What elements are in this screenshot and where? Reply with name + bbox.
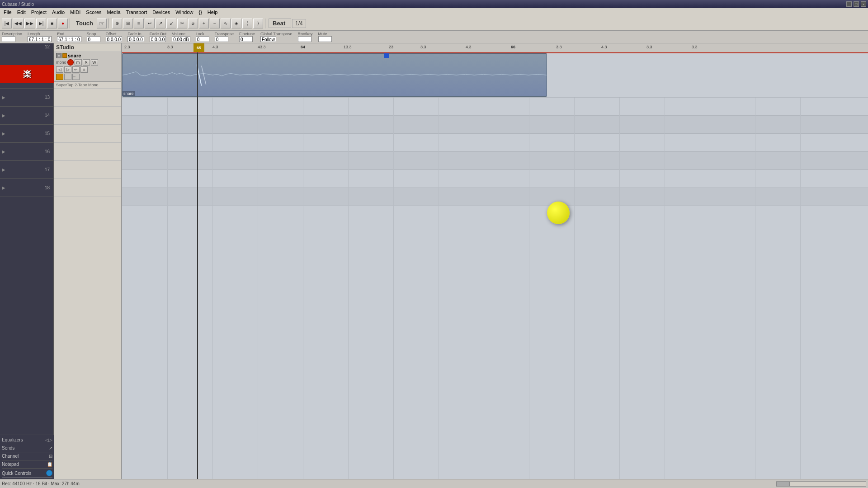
sends-item[interactable]: Sends ↗ xyxy=(2,444,52,452)
track-expand-17[interactable]: ▶ xyxy=(2,167,5,172)
minimize-button[interactable]: _ xyxy=(846,1,852,7)
record-button[interactable]: ● xyxy=(58,19,68,28)
stop-button[interactable]: ■ xyxy=(47,19,57,28)
cursor-icon-button[interactable]: ☞ xyxy=(97,19,107,28)
fade-in-value[interactable]: 0.0.0.0 xyxy=(127,36,144,42)
menu-extra[interactable]: {} xyxy=(196,9,204,15)
track-type-icon: ≡ xyxy=(56,53,61,58)
snare-read-button[interactable]: R xyxy=(83,59,90,66)
snap-button[interactable]: ⊕ xyxy=(112,19,122,28)
finetune-value[interactable]: 0 xyxy=(239,36,253,42)
fade-out-value[interactable]: 0.0.0.0 xyxy=(150,36,166,42)
end-value[interactable]: 67.1 : 1 : 0 xyxy=(57,36,81,42)
separator-2 xyxy=(108,19,110,28)
track-list-panel: STudio ≡ snare mono m R W ◁ ▷ ↩ ≡ xyxy=(54,43,122,479)
loop-button[interactable]: ↩ xyxy=(145,19,155,28)
track-expand-14[interactable]: ▶ xyxy=(2,113,5,118)
yellow-ball[interactable] xyxy=(547,202,570,224)
description-value[interactable] xyxy=(2,36,15,42)
zoom-in-button[interactable]: + xyxy=(199,19,209,28)
zoom-out-button[interactable]: − xyxy=(210,19,220,28)
fade-in-field: Fade In 0.0.0.0 xyxy=(127,32,144,42)
equalizers-arrows: ◁▷ xyxy=(45,437,52,442)
track-number-18: 18 xyxy=(45,185,52,190)
quick-controls-item[interactable]: Quick Controls xyxy=(2,469,52,478)
length-value[interactable]: 67.1 : 1 : 0 xyxy=(28,36,52,42)
menu-bar: File Edit Project Audio MIDI Scores Medi… xyxy=(0,8,868,16)
snare-color-btn-1[interactable] xyxy=(56,74,63,80)
logo-area: 楽 xyxy=(0,65,54,83)
timeline-ruler[interactable]: 65 2.3 3.3 4.3 43.3 64 13.3 23 3.3 4.3 6… xyxy=(122,43,868,52)
menu-help[interactable]: Help xyxy=(205,9,221,15)
description-field: Description xyxy=(2,32,22,42)
menu-window[interactable]: Window xyxy=(173,9,196,15)
empty-track-row-6 xyxy=(54,179,121,197)
track-expand-18[interactable]: ▶ xyxy=(2,185,5,190)
arrow-left-button[interactable]: ⟨ xyxy=(242,19,252,28)
transpose-value[interactable]: 0 xyxy=(215,36,228,42)
equalizers-item[interactable]: Equalizers ◁▷ xyxy=(2,436,52,444)
menu-devices[interactable]: Devices xyxy=(150,9,173,15)
waveform-button[interactable]: ∿ xyxy=(221,19,231,28)
glue-button[interactable]: ⌀ xyxy=(188,19,198,28)
menu-file[interactable]: File xyxy=(1,9,14,15)
snare-forward-button[interactable]: ▷ xyxy=(64,66,71,73)
lock-value[interactable]: 0 xyxy=(196,36,209,42)
track-expand-13[interactable]: ▶ xyxy=(2,95,5,100)
track-lane-6 xyxy=(122,170,868,188)
menu-transport[interactable]: Transport xyxy=(123,9,150,15)
snare-color-btn-2[interactable] xyxy=(64,74,71,80)
channel-item[interactable]: Channel ⊟ xyxy=(2,452,52,460)
snap-value[interactable]: 0 xyxy=(87,36,100,42)
grid-button[interactable]: ⊞ xyxy=(123,19,133,28)
forward-end-button[interactable]: ▶| xyxy=(36,19,46,28)
mute-value[interactable] xyxy=(318,36,332,42)
menu-edit[interactable]: Edit xyxy=(14,9,28,15)
offset-value[interactable]: 0.0.0.0 xyxy=(106,36,123,42)
track-expand-16[interactable]: ▶ xyxy=(2,149,5,154)
mute-label: Mute xyxy=(318,32,327,36)
snare-monitor-button[interactable]: m xyxy=(75,59,82,66)
tracks-container[interactable]: snare xyxy=(122,52,868,479)
status-scrollbar[interactable] xyxy=(776,481,866,487)
menu-media[interactable]: Media xyxy=(104,9,123,15)
ruler-label-5: 64 xyxy=(301,45,305,49)
global-transpose-label: Global Transpose xyxy=(260,32,292,36)
snare-record-button[interactable] xyxy=(67,59,74,66)
info-bar: Description Length 67.1 : 1 : 0 End 67.1… xyxy=(0,31,868,43)
title-bar-right: _ □ × xyxy=(846,1,866,7)
notepad-item[interactable]: Notepad 📋 xyxy=(2,460,52,469)
menu-scores[interactable]: Scores xyxy=(83,9,104,15)
menu-project[interactable]: Project xyxy=(28,9,49,15)
close-button[interactable]: × xyxy=(861,1,866,7)
rewind-button[interactable]: ◀◀ xyxy=(13,19,24,28)
rewind-start-button[interactable]: |◀ xyxy=(2,19,12,28)
cut-button[interactable]: ✂ xyxy=(177,19,187,28)
audio-clip[interactable]: snare xyxy=(122,53,547,97)
quantize-button[interactable]: ≡ xyxy=(134,19,144,28)
empty-track-row-3 xyxy=(54,125,121,143)
snare-extra-button[interactable]: ≡ xyxy=(80,66,88,73)
studio-name-text: STudio xyxy=(56,44,74,51)
app-title: Cubase / Studio xyxy=(2,2,34,7)
rootkey-label: Rootkey xyxy=(298,32,313,36)
global-transpose-value[interactable]: Follow xyxy=(260,36,276,42)
punch-in-button[interactable]: ↗ xyxy=(156,19,165,28)
svg-line-1 xyxy=(202,66,206,84)
beat-label[interactable]: Beat xyxy=(269,19,291,28)
volume-value[interactable]: 0.00 dB xyxy=(172,36,190,42)
color-button[interactable]: ◈ xyxy=(231,19,241,28)
snare-write-button[interactable]: W xyxy=(91,59,98,66)
punch-out-button[interactable]: ↙ xyxy=(166,19,176,28)
menu-midi[interactable]: MIDI xyxy=(67,9,83,15)
rootkey-value[interactable] xyxy=(298,36,311,42)
track-expand-15[interactable]: ▶ xyxy=(2,131,5,136)
forward-button[interactable]: ▶▶ xyxy=(24,19,35,28)
snare-loop-button[interactable]: ↩ xyxy=(72,66,80,73)
menu-audio[interactable]: Audio xyxy=(49,9,67,15)
snare-back-button[interactable]: ◁ xyxy=(56,66,63,73)
snare-color-btn-3[interactable]: ≡ xyxy=(72,74,80,80)
fraction-label[interactable]: 1/4 xyxy=(292,19,306,28)
maximize-button[interactable]: □ xyxy=(854,1,859,7)
arrow-right-button[interactable]: ⟩ xyxy=(253,19,263,28)
